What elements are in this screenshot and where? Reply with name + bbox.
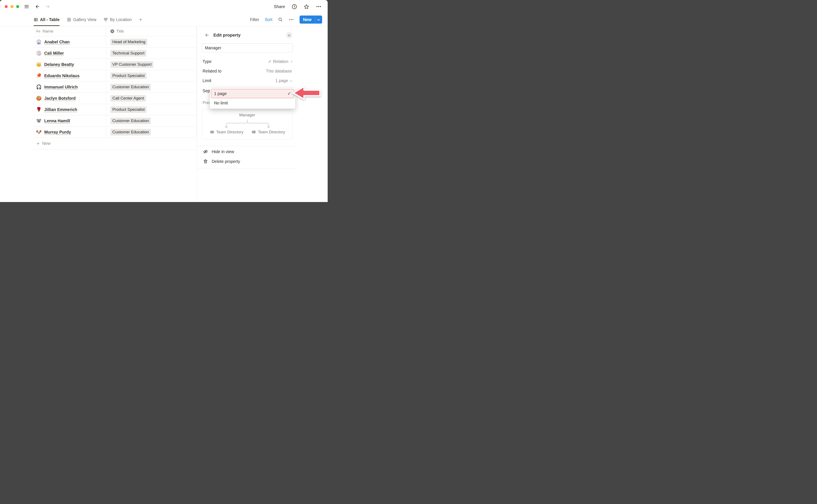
name-cell[interactable]: 👑 Delaney Beatty (33, 59, 106, 70)
page-link[interactable]: Delaney Beatty (44, 62, 74, 67)
select-tag: Product Specialist (110, 106, 147, 113)
name-cell[interactable]: 🏓 Eduardo Nikolaus (33, 70, 106, 81)
page-link[interactable]: Jillian Emmerich (44, 107, 77, 112)
sort-button[interactable]: Sort (265, 17, 272, 22)
more-options-icon[interactable] (316, 4, 322, 10)
page-link[interactable]: Lenna Hamill (44, 118, 70, 123)
table-row[interactable]: 🍪 Jaclyn Botsford Call Center Agent (33, 93, 197, 104)
name-cell[interactable]: 🎧 Immanuel Ullrich (33, 81, 106, 93)
table-row[interactable]: 🎡 Anabel Chan Head of Marketing (33, 36, 197, 48)
new-button-label[interactable]: New (299, 16, 315, 24)
title-cell[interactable]: Product Specialist (106, 104, 197, 115)
close-window-button[interactable] (5, 5, 8, 8)
sidebar-menu-icon[interactable] (24, 4, 29, 9)
page-link[interactable]: Immanuel Ullrich (44, 85, 78, 90)
panel-close-icon[interactable]: × (286, 32, 292, 38)
tab-gallery-view[interactable]: Gallery View (67, 13, 96, 26)
page-link[interactable]: Eduardo Nikolaus (44, 73, 80, 78)
column-label: Title (116, 29, 124, 34)
name-cell[interactable]: 🐨 Lenna Hamill (33, 115, 106, 127)
field-related-to[interactable]: Related to This database (197, 66, 297, 76)
share-button[interactable]: Share (274, 4, 285, 9)
new-button[interactable]: New (299, 16, 322, 24)
tab-by-location[interactable]: By Location (104, 13, 132, 26)
select-tag: Call Center Agent (110, 95, 146, 102)
table-row[interactable]: 🐨 Lenna Hamill Customer Education (33, 115, 197, 127)
tab-all-table[interactable]: All - Table (34, 13, 60, 26)
page-link[interactable]: Murray Purdy (44, 130, 71, 135)
view-options-icon[interactable] (288, 17, 294, 22)
minimize-window-button[interactable] (10, 5, 13, 8)
filter-button[interactable]: Filter (250, 17, 259, 22)
name-cell[interactable]: 🍪 Jaclyn Botsford (33, 93, 106, 104)
select-tag: Head of Marketing (110, 39, 147, 45)
title-cell[interactable]: Product Specialist (106, 70, 197, 81)
table-row[interactable]: 👑 Delaney Beatty VP Customer Support (33, 59, 197, 70)
clock-icon[interactable] (291, 4, 297, 10)
field-limit[interactable]: Limit 1 page (197, 76, 297, 85)
view-tab-bar: All - Table Gallery View By Location + F… (0, 13, 328, 26)
title-cell[interactable]: Call Center Agent (106, 93, 197, 104)
table-header-row: Aa Name Title (33, 26, 197, 36)
forward-icon[interactable] (45, 4, 51, 9)
field-value[interactable]: This database (266, 69, 292, 74)
name-cell[interactable]: 🎡 Anabel Chan (33, 36, 106, 48)
chevron-right-icon (290, 60, 292, 63)
table-row[interactable]: 🌹 Jillian Emmerich Product Specialist (33, 104, 197, 115)
column-header-title[interactable]: Title (106, 26, 197, 36)
page-link[interactable]: Jaclyn Botsford (44, 96, 75, 101)
table-row[interactable]: 🏓 Eduardo Nikolaus Product Specialist (33, 70, 197, 81)
field-value[interactable]: 1 page (275, 78, 292, 83)
title-cell[interactable]: Customer Education (106, 127, 197, 138)
database-table: Aa Name Title 🎡 Anabel Chan Head of Mark… (33, 26, 197, 149)
page-link[interactable]: Cali Miller (44, 51, 64, 56)
new-dropdown-button[interactable] (315, 16, 322, 24)
panel-header: Edit property × (197, 31, 297, 39)
clipped-separate-label: Sep (202, 88, 210, 93)
zoom-window-button[interactable] (16, 5, 19, 8)
favorite-star-icon[interactable] (303, 4, 309, 10)
title-cell[interactable]: Technical Support (106, 48, 197, 59)
new-row-button[interactable]: + New (33, 138, 197, 149)
field-value-text: Relation (273, 59, 288, 64)
trash-icon (203, 159, 208, 164)
field-value-text: 1 page (275, 78, 288, 83)
dropdown-option-1-page[interactable]: 1 page ✓ (211, 89, 294, 98)
property-fields: Type ↗ Relation Related to This database… (197, 57, 297, 85)
delete-property-button[interactable]: Delete property (197, 157, 297, 166)
field-value[interactable]: ↗ Relation (268, 59, 292, 64)
title-cell[interactable]: Customer Education (106, 81, 197, 93)
edit-property-panel: Edit property × Type ↗ Relation Related … (197, 26, 328, 202)
property-name-input[interactable] (202, 43, 293, 52)
name-cell[interactable]: 🐶 Murray Purdy (33, 127, 106, 138)
table-row[interactable]: 🏐 Cali Miller Technical Support (33, 48, 197, 59)
column-header-name[interactable]: Aa Name (33, 26, 106, 36)
title-cell[interactable]: VP Customer Support (106, 59, 197, 70)
table-row[interactable]: 🎧 Immanuel Ullrich Customer Education (33, 81, 197, 93)
panel-back-icon[interactable] (204, 33, 209, 38)
name-cell[interactable]: 🏐 Cali Miller (33, 48, 106, 59)
gallery-view-icon (67, 17, 71, 22)
field-type[interactable]: Type ↗ Relation (197, 57, 297, 66)
add-view-icon[interactable]: + (139, 17, 142, 23)
select-tag: Customer Education (110, 84, 151, 90)
name-cell[interactable]: 🌹 Jillian Emmerich (33, 104, 106, 115)
page-emoji: 🌹 (36, 107, 42, 112)
phone-icon: ☎ (251, 130, 256, 134)
hide-in-view-button[interactable]: Hide in view (197, 147, 297, 157)
table-view-icon (34, 17, 38, 22)
select-tag: VP Customer Support (110, 61, 153, 68)
title-cell[interactable]: Customer Education (106, 115, 197, 127)
page-link[interactable]: Anabel Chan (44, 40, 70, 44)
select-tag: Product Specialist (110, 73, 147, 79)
field-label: Limit (202, 78, 211, 83)
title-cell[interactable]: Head of Marketing (106, 36, 197, 48)
search-icon[interactable] (278, 17, 283, 22)
back-icon[interactable] (34, 4, 40, 9)
table-row[interactable]: 🐶 Murray Purdy Customer Education (33, 127, 197, 138)
dropdown-option-no-limit[interactable]: No limit (211, 98, 294, 108)
relation-preview-card: Manager ☎ Team Directory ☎ Team Director… (202, 110, 292, 140)
panel-actions: Hide in view Delete property (197, 147, 297, 166)
board-view-icon (104, 17, 108, 22)
check-icon: ✓ (287, 91, 291, 96)
